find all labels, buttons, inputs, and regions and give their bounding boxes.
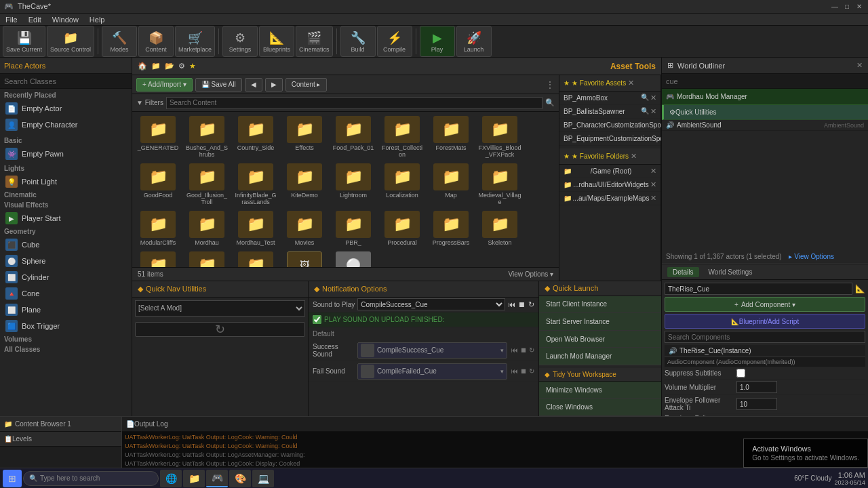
refresh-btn[interactable]: ↻ — [135, 322, 305, 337]
fail-dropdown-icon[interactable]: ▾ — [500, 368, 504, 375]
folder-goodfood[interactable]: 📁GoodFood — [135, 162, 181, 207]
folder-kite[interactable]: 📁KiteDemo — [281, 162, 328, 207]
minimize-btn[interactable]: — — [830, 1, 840, 11]
success-back-icon[interactable]: ⏮ — [511, 346, 518, 354]
folder-bp-hordle[interactable]: ⚪BP_Hordle — [330, 250, 376, 267]
folder-starter[interactable]: 📁Starter — [184, 250, 230, 267]
sound-select-dropdown[interactable]: CompileSuccess_Cue — [357, 298, 505, 310]
actor-sphere[interactable]: ⚪ Sphere — [0, 253, 132, 269]
nav-back-btn[interactable]: ◀ — [245, 78, 262, 92]
sound-stop-icon[interactable]: ⏹ — [518, 300, 526, 308]
folder-skeleton[interactable]: 📁Skeleton — [477, 209, 523, 247]
volume-multiplier-input[interactable] — [736, 381, 777, 393]
fav-folder-root-close[interactable]: ✕ — [650, 167, 656, 176]
fav-item-ammobox[interactable]: BP_AmmoBox 🔍 ✕ — [559, 92, 660, 105]
fav-assets-close[interactable]: ✕ — [628, 79, 634, 87]
folder-snip[interactable]: 📁Snip_ — [135, 250, 181, 267]
folder-modular[interactable]: 📁ModularCliffs — [135, 209, 181, 247]
folder-lightroom[interactable]: 📁Lightroom — [330, 162, 376, 207]
folder-country[interactable]: 📁Country_Side — [233, 115, 279, 159]
play-sound-checkbox[interactable] — [313, 315, 321, 324]
fail-refresh-icon[interactable]: ↻ — [529, 367, 534, 375]
actor-box-trigger[interactable]: 🟦 Box Trigger — [0, 318, 132, 334]
taskbar-search[interactable]: 🔍 Type here to search — [23, 471, 159, 486]
folder-bp-catapult[interactable]: 🖼BP_Catapult_ — [281, 250, 328, 267]
folder-generated[interactable]: 📁_GENERATED — [135, 115, 181, 159]
taskbar-photoshop[interactable]: 🎨 — [229, 470, 251, 487]
build-btn[interactable]: 🔧Build — [340, 26, 376, 57]
success-dropdown-icon[interactable]: ▾ — [500, 347, 504, 354]
quick-utilities-item[interactable]: ⚙ Quick Utilities — [662, 105, 868, 120]
launch-btn[interactable]: 🚀Launch — [456, 26, 492, 57]
actor-search-input[interactable] — [0, 74, 132, 89]
folder-ultra[interactable]: 📁Ultra — [233, 250, 279, 267]
start-client-btn[interactable]: Start Client Instance — [539, 296, 661, 314]
folder2-icon[interactable]: 📂 — [165, 62, 174, 70]
folder-medieval[interactable]: 📁Medieval_Village — [477, 162, 523, 207]
taskbar-vscode[interactable]: 💻 — [252, 470, 274, 487]
fail-sound-cue[interactable]: CompileFailed_Cue ▾ — [357, 363, 507, 380]
cinematics-btn[interactable]: 🎬Cinematics — [296, 26, 333, 57]
mod-select-dropdown[interactable]: [Select A Mod] — [135, 300, 305, 317]
actor-cylinder[interactable]: ⬜ Cylinder — [0, 269, 132, 285]
save-all-btn[interactable]: 💾 Save All — [195, 78, 242, 92]
actor-section-visual-effects[interactable]: Visual Effects — [0, 200, 132, 210]
nav-fwd-btn[interactable]: ▶ — [265, 78, 283, 92]
outliner-search-input[interactable] — [662, 74, 868, 89]
folder-mordhau[interactable]: 📁Mordhau — [184, 209, 230, 247]
folder-movies[interactable]: 📁Movies — [281, 209, 328, 247]
search-icon[interactable]: 🔍 — [545, 98, 555, 107]
play-btn[interactable]: ▶Play — [420, 26, 455, 57]
outliner-item-ambient[interactable]: 🔊 AmbientSound AmbientSound — [662, 120, 868, 131]
envelope-attack-input[interactable] — [736, 398, 777, 410]
folder-illusion[interactable]: 📁Good_Illusion_Troll — [184, 162, 230, 207]
actor-section-geometry[interactable]: Geometry — [0, 226, 132, 237]
fav-folder-ui[interactable]: 📁 ...rdhau/UI/EditorWidgets ✕ — [559, 178, 660, 192]
fav-remove-icon-2[interactable]: ✕ — [650, 107, 656, 116]
content-browser-tab-header[interactable]: 📁 Content Browser 1 — [0, 417, 121, 432]
outliner-close[interactable]: ✕ — [856, 61, 863, 70]
blueprint-add-script-btn[interactable]: 📐 Blueprint/Add Script — [665, 314, 865, 329]
home-icon[interactable]: 🏠 — [138, 62, 147, 70]
folder-food[interactable]: 📁Food_Pack_01 — [330, 115, 376, 159]
content-btn[interactable]: 📦Content — [138, 26, 174, 57]
fav-folder-maps-close[interactable]: ✕ — [650, 194, 656, 203]
folder-pbr[interactable]: 📁PBR_ — [330, 209, 376, 247]
menu-file[interactable]: File — [3, 16, 20, 24]
maximize-btn[interactable]: □ — [842, 1, 852, 11]
search-components-input[interactable] — [665, 331, 865, 343]
levels-tab-header[interactable]: 📋 Levels — [0, 432, 121, 447]
sound-play-icon[interactable]: ⏮ — [508, 300, 515, 308]
taskbar-edge[interactable]: 🌐 — [160, 470, 182, 487]
menu-help[interactable]: Help — [87, 16, 108, 24]
actor-section-lights[interactable]: Lights — [0, 163, 132, 174]
suppress-subtitles-input[interactable] — [736, 369, 745, 378]
folder-progress[interactable]: 📁ProgressBars — [428, 209, 474, 247]
success-refresh-icon[interactable]: ↻ — [529, 346, 534, 354]
menu-window[interactable]: Window — [50, 16, 81, 24]
folder-mordhau-test[interactable]: 📁Mordhau_Test — [233, 209, 279, 247]
details-btn[interactable]: Details — [667, 267, 699, 277]
actor-player-start[interactable]: ▶ Player Start — [0, 210, 132, 226]
open-web-btn[interactable]: Open Web Browser — [539, 331, 661, 348]
fav-folder-game-root[interactable]: 📁 /Game (Root) ✕ — [559, 165, 660, 178]
fail-back-icon[interactable]: ⏮ — [511, 367, 518, 375]
content-search-input[interactable] — [166, 97, 542, 109]
actor-cube[interactable]: ⬛ Cube — [0, 237, 132, 253]
settings-btn[interactable]: ⚙Settings — [222, 26, 258, 57]
folder-effects[interactable]: 📁Effects — [281, 115, 328, 159]
blueprints-btn[interactable]: 📐Blueprints — [259, 26, 294, 57]
folder-fx[interactable]: 📁FXVillies_Blood_VFXPack — [477, 115, 523, 159]
actor-empty-character[interactable]: 👤 Empty Character — [0, 117, 132, 133]
modes-btn[interactable]: 🔨Modes — [102, 26, 137, 57]
filters-btn[interactable]: ▼ Filters — [136, 99, 163, 106]
content-path-btn[interactable]: Content ▸ — [285, 78, 327, 92]
taskbar-start-btn[interactable]: ⊞ — [3, 470, 22, 487]
add-component-btn[interactable]: + Add Component ▾ — [665, 297, 865, 312]
fav-item-character[interactable]: BP_CharacterCustomizationSpot 🔍 ✕ — [559, 119, 660, 132]
success-stop-icon[interactable]: ⏹ — [520, 346, 527, 354]
close-btn[interactable]: ✕ — [854, 1, 864, 11]
folder-icon[interactable]: 📁 — [151, 62, 161, 70]
folder-forest[interactable]: 📁Forest_Collection — [379, 115, 425, 159]
close-windows-btn[interactable]: Close Windows — [539, 399, 661, 415]
